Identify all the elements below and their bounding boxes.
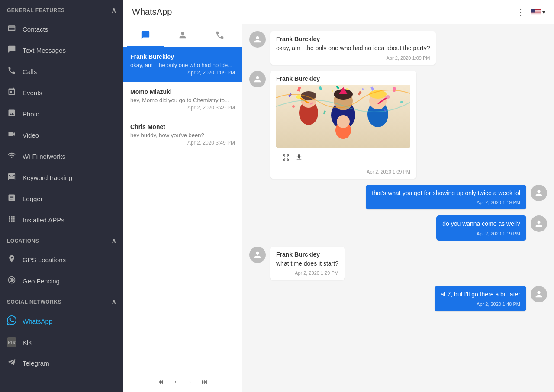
message-sender: Frank Burckley <box>276 35 430 42</box>
sidebar-item-contacts[interactable]: Contacts <box>0 19 123 40</box>
message-time: Apr 2, 2020 1:29 PM <box>276 270 338 276</box>
tab-contacts[interactable] <box>164 24 201 47</box>
next-page-button[interactable]: › <box>184 376 196 388</box>
party-image-svg <box>276 85 410 148</box>
photo-icon <box>7 109 16 119</box>
sidebar-item-calls[interactable]: Calls <box>0 61 123 82</box>
conv-name: Frank Burckley <box>130 53 235 60</box>
geofencing-icon <box>7 276 16 286</box>
avatar <box>249 247 266 263</box>
whatsapp-icon <box>7 315 16 327</box>
svg-point-35 <box>292 105 295 108</box>
sidebar-item-gps[interactable]: GPS Locations <box>0 249 123 270</box>
sidebar-item-text-messages[interactable]: Text Messages <box>0 40 123 61</box>
svg-rect-7 <box>531 13 541 13</box>
message-text: do you wanna come as well? <box>442 220 520 228</box>
conversation-item[interactable]: Chris Monet hey buddy, how you've been? … <box>123 117 242 152</box>
sidebar-item-video[interactable]: Video <box>0 125 123 146</box>
conv-time: Apr 2, 2020 3:49 PM <box>130 140 235 146</box>
general-features-section: GENERAL FEATURES ∧ <box>0 0 123 19</box>
general-features-chevron[interactable]: ∧ <box>111 6 117 14</box>
message-panel: Frank Burckley okay, am I the only one w… <box>242 24 554 392</box>
message-sender: Frank Burckley <box>276 75 410 82</box>
us-flag-icon <box>531 9 541 15</box>
video-icon <box>7 130 16 141</box>
general-features-label: GENERAL FEATURES <box>7 7 65 13</box>
social-networks-chevron[interactable]: ∧ <box>111 298 117 306</box>
message-image-container <box>276 85 410 148</box>
message-time: Apr 2, 2020 1:48 PM <box>441 302 520 307</box>
avatar <box>249 71 266 87</box>
sidebar-item-installed-apps[interactable]: Installed APPs <box>0 209 123 231</box>
gps-icon <box>7 254 16 265</box>
message-sender: Frank Burckley <box>276 251 338 258</box>
tab-messages[interactable] <box>127 24 164 47</box>
topbar-right: ⋮ ▾ <box>516 7 545 17</box>
conv-time: Apr 2, 2020 3:49 PM <box>130 105 235 111</box>
avatar <box>531 215 547 232</box>
sidebar-item-events-label: Events <box>23 89 42 96</box>
conversation-item[interactable]: Frank Burckley okay, am I the only one w… <box>123 47 242 82</box>
sidebar-item-photo-label: Photo <box>23 110 39 118</box>
message-bubble-image: Frank Burckley <box>270 71 416 179</box>
conversation-list: Frank Burckley okay, am I the only one w… <box>123 47 242 371</box>
logger-icon <box>7 193 16 204</box>
sidebar-item-logger[interactable]: Logger <box>0 188 123 209</box>
prev-page-button[interactable]: ‹ <box>169 376 181 388</box>
sidebar-item-telegram-label: Telegram <box>23 360 49 367</box>
svg-point-36 <box>400 101 403 103</box>
content-area: Frank Burckley okay, am I the only one w… <box>123 24 554 392</box>
sidebar-item-contacts-label: Contacts <box>23 26 48 33</box>
message-text: okay, am I the only one who had no idea … <box>276 44 430 53</box>
sidebar-item-telegram[interactable]: Telegram <box>0 352 123 374</box>
sidebar-item-text-messages-label: Text Messages <box>23 47 66 54</box>
tab-calls[interactable] <box>201 24 238 47</box>
keyword-icon <box>7 172 16 183</box>
locations-chevron[interactable]: ∧ <box>111 237 117 245</box>
sidebar-item-keyword[interactable]: Keyword tracking <box>0 167 123 188</box>
events-icon <box>7 87 16 98</box>
message-time: Apr 2, 2020 1:19 PM <box>442 231 520 236</box>
telegram-icon <box>7 357 16 369</box>
last-page-button[interactable]: ⏭ <box>199 376 211 388</box>
message-row: Frank Burckley okay, am I the only one w… <box>249 31 547 65</box>
message-text: that's what you get for showing up only … <box>372 189 520 198</box>
message-bubble: do you wanna come as well? Apr 2, 2020 1… <box>436 215 526 241</box>
message-image <box>276 85 410 148</box>
conversation-item[interactable]: Momo Miazuki hey, Momo did you go to Che… <box>123 82 242 117</box>
locations-section: LOCATIONS ∧ <box>0 231 123 249</box>
message-time: Apr 2, 2020 1:19 PM <box>372 200 520 205</box>
conv-preview: hey, Momo did you go to Chemistry to... <box>130 97 235 103</box>
message-text: what time does it start? <box>276 260 338 268</box>
language-label: ▾ <box>542 9 545 16</box>
more-options-button[interactable]: ⋮ <box>516 7 526 17</box>
download-image-button[interactable] <box>295 154 303 163</box>
kik-icon: kik <box>7 337 16 347</box>
conv-time: Apr 2, 2020 1:09 PM <box>130 70 235 76</box>
conv-preview: hey buddy, how you've been? <box>130 132 235 138</box>
language-selector[interactable]: ▾ <box>531 9 545 16</box>
locations-label: LOCATIONS <box>7 238 39 244</box>
svg-rect-8 <box>531 14 541 14</box>
installed-apps-icon <box>7 215 16 225</box>
page-title: WhatsApp <box>132 7 172 17</box>
sidebar-item-geofencing[interactable]: Geo Fencing <box>0 270 123 292</box>
sidebar-item-photo[interactable]: Photo <box>0 103 123 125</box>
message-bubble: that's what you get for showing up only … <box>366 185 526 210</box>
avatar <box>531 185 547 201</box>
social-networks-section: SOCIAL NETWORKS ∧ <box>0 292 123 310</box>
sidebar-item-wifi-label: Wi-Fi networks <box>23 153 65 160</box>
expand-image-button[interactable] <box>282 154 290 163</box>
svg-point-23 <box>296 95 301 99</box>
sidebar-item-wifi[interactable]: Wi-Fi networks <box>0 146 123 167</box>
sidebar-item-kik[interactable]: kik KiK <box>0 332 123 352</box>
message-text: at 7, but I'll go there a bit later <box>441 290 520 299</box>
message-time: Apr 2, 2020 1:09 PM <box>276 169 410 174</box>
sidebar-item-events[interactable]: Events <box>0 82 123 103</box>
first-page-button[interactable]: ⏮ <box>155 376 167 388</box>
message-row: Frank Burckley what time does it start? … <box>249 247 547 280</box>
message-time: Apr 2, 2020 1:09 PM <box>276 55 430 61</box>
topbar: WhatsApp ⋮ ▾ <box>123 0 554 24</box>
sidebar-item-whatsapp[interactable]: WhatsApp <box>0 310 123 332</box>
sidebar-item-gps-label: GPS Locations <box>23 256 66 263</box>
